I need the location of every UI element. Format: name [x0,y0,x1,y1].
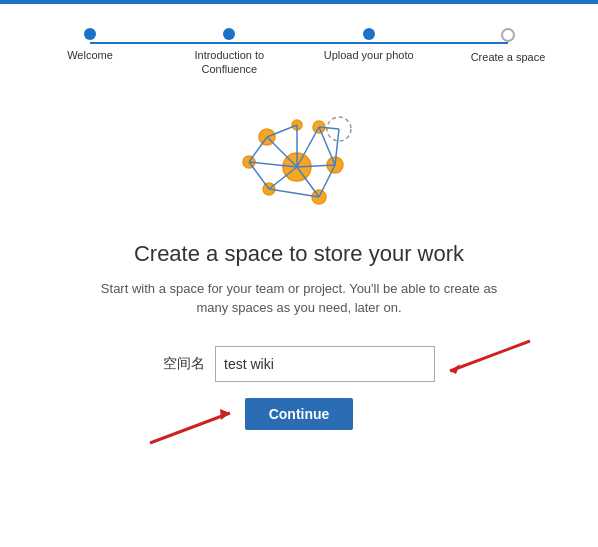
step-introduction: Introduction toConfluence [179,28,279,77]
network-icon [239,107,359,217]
button-arrow-annotation [145,398,240,452]
svg-line-9 [267,137,297,167]
form-row: 空间名 [163,346,435,382]
step-welcome: Welcome [40,28,140,62]
svg-line-21 [249,162,269,189]
svg-line-18 [319,127,335,165]
page-subtext: Start with a space for your team or proj… [89,279,509,318]
icon-area [239,107,359,221]
button-row: Continue [245,398,354,430]
svg-line-26 [150,413,230,443]
main-content: Create a space to store your work Start … [0,87,598,430]
continue-button[interactable]: Continue [245,398,354,430]
step-dot-welcome [84,28,96,40]
step-upload-photo: Upload your photo [319,28,419,62]
stepper-steps: Welcome Introduction toConfluence Upload… [40,28,558,77]
step-label-upload-photo: Upload your photo [324,48,414,62]
page-heading: Create a space to store your work [134,241,464,267]
svg-line-24 [450,341,530,371]
svg-line-19 [319,165,335,197]
step-label-introduction: Introduction toConfluence [194,48,264,77]
step-label-welcome: Welcome [67,48,113,62]
svg-marker-27 [220,409,230,420]
step-dot-create-space [501,28,515,42]
svg-line-20 [269,189,319,197]
svg-marker-25 [450,364,460,374]
space-name-input[interactable] [215,346,435,382]
step-dot-introduction [223,28,235,40]
step-dot-upload-photo [363,28,375,40]
step-label-create-space: Create a space [471,50,546,64]
step-create-space: Create a space [458,28,558,64]
space-name-label: 空间名 [163,355,205,373]
input-arrow-annotation [440,336,535,390]
stepper: Welcome Introduction toConfluence Upload… [0,4,598,87]
svg-line-16 [249,137,267,162]
